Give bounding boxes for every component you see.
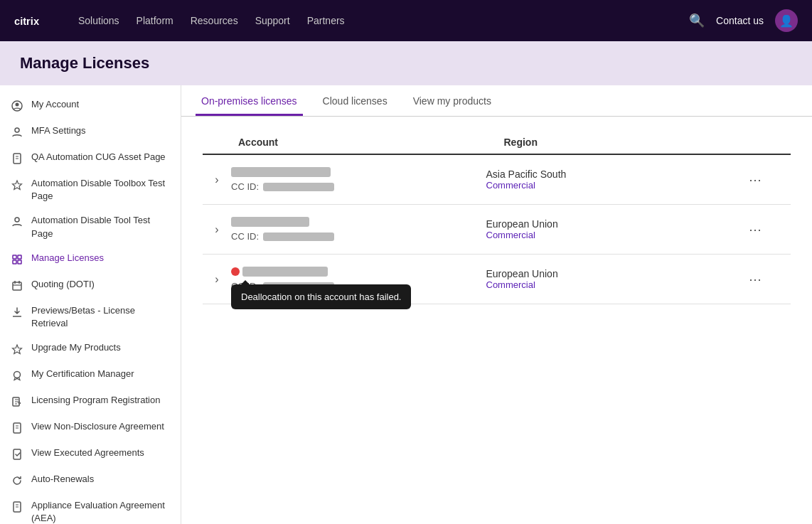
cc-id-label: CC ID: [231, 231, 259, 242]
account-name-blurred [231, 217, 309, 227]
sidebar-item-executed-agreements[interactable]: View Executed Agreements [0, 441, 181, 467]
grid-icon [10, 252, 24, 267]
person-icon [10, 125, 24, 139]
cc-id-row: CC ID: [231, 231, 486, 242]
sidebar-label-quoting: Quoting (DOTI) [31, 278, 169, 291]
sidebar-label-mfa: MFA Settings [31, 124, 169, 137]
row-expand-chevron[interactable]: › [203, 223, 231, 236]
sidebar-label-my-account: My Account [31, 98, 169, 111]
nav-support[interactable]: Support [255, 15, 290, 26]
nav-platform[interactable]: Platform [137, 15, 173, 26]
row-expand-chevron[interactable]: › [203, 273, 231, 286]
sidebar-item-my-account[interactable]: My Account [0, 92, 181, 119]
cc-id-row: CC ID: [231, 281, 486, 292]
sidebar-label-executed-agreements: View Executed Agreements [31, 447, 169, 459]
calendar-icon [10, 279, 24, 293]
nav-solutions[interactable]: Solutions [78, 15, 119, 26]
sidebar-item-qa[interactable]: QA Automation CUG Asset Page [0, 145, 181, 171]
nav-resources[interactable]: Resources [191, 15, 238, 26]
cc-id-row: CC ID: [231, 181, 486, 192]
row-actions-menu[interactable]: ⋯ [741, 172, 769, 188]
doc3-icon [10, 500, 24, 514]
cc-id-value-blurred [263, 282, 334, 291]
sidebar-label-qa: QA Automation CUG Asset Page [31, 151, 169, 164]
region-name: European Union [486, 268, 742, 279]
svg-rect-10 [18, 255, 21, 259]
sidebar-item-licensing-program[interactable]: Licensing Program Registration [0, 388, 181, 415]
svg-point-19 [14, 372, 21, 378]
region-info: European Union Commercial [486, 268, 742, 290]
cc-id-value-blurred [263, 183, 334, 191]
region-info: Asia Pacific South Commercial [486, 169, 742, 191]
person-circle-icon [10, 99, 24, 113]
sidebar-item-previews[interactable]: Previews/Betas - License Retrieval [0, 299, 181, 336]
sidebar-item-mfa[interactable]: MFA Settings [0, 119, 181, 145]
region-type: Commercial [486, 230, 742, 240]
table-header: Account Region [203, 131, 791, 155]
tabs-bar: On-premises licenses Cloud licenses View… [181, 85, 812, 117]
svg-point-3 [15, 128, 19, 132]
nav-left: citrix Solutions Platform Resources Supp… [14, 13, 345, 28]
col-account-header: Account [238, 137, 504, 148]
sidebar-label-automation-toolbox: Automation Disable Toolbox Test Page [31, 177, 169, 203]
cc-id-label: CC ID: [231, 281, 259, 292]
sidebar-item-automation-toolbox[interactable]: Automation Disable Toolbox Test Page [0, 171, 181, 208]
tab-cloud-licenses[interactable]: Cloud licenses [317, 85, 393, 116]
sidebar-item-certification[interactable]: My Certification Manager [0, 362, 181, 388]
sidebar-item-nda[interactable]: View Non-Disclosure Agreement [0, 415, 181, 441]
svg-rect-12 [18, 260, 21, 264]
badge-icon [10, 368, 24, 383]
table-row: › CC ID: Asia Pacific South Commercial ⋯ [203, 155, 791, 205]
svg-rect-24 [14, 449, 21, 459]
page-header: Manage Licenses [0, 41, 812, 85]
svg-point-8 [15, 218, 19, 222]
row-actions-menu[interactable]: ⋯ [741, 222, 769, 237]
region-info: European Union Commercial [486, 218, 742, 240]
page-title: Manage Licenses [20, 54, 792, 73]
nav-right: 🔍 Contact us 👤 [689, 9, 798, 32]
table-row: › CC ID: European Union Commercial ⋯ [203, 205, 791, 255]
sidebar-item-aea[interactable]: Appliance Evaluation Agreement (AEA) [0, 493, 181, 524]
svg-text:citrix: citrix [14, 16, 40, 27]
doc2-icon [10, 421, 24, 435]
table-area: Account Region › CC ID: Asia Pacific Sou… [181, 117, 812, 304]
account-info: CC ID: [231, 167, 486, 192]
svg-marker-18 [13, 345, 22, 354]
account-info: CC ID: [231, 217, 486, 242]
svg-point-2 [16, 103, 19, 107]
refresh-icon [10, 474, 24, 488]
sidebar-item-upgrade[interactable]: Upgrade My Products [0, 336, 181, 362]
search-button[interactable]: 🔍 [689, 13, 705, 28]
nav-partners[interactable]: Partners [307, 15, 345, 26]
sidebar-label-manage-licenses: Manage Licenses [31, 252, 169, 264]
region-type: Commercial [486, 180, 742, 191]
tab-on-premises[interactable]: On-premises licenses [196, 85, 303, 116]
nav-links: Solutions Platform Resources Support Par… [78, 15, 345, 26]
row-actions-menu[interactable]: ⋯ [741, 272, 769, 287]
col-region-header: Region [504, 137, 770, 148]
user-avatar[interactable]: 👤 [775, 9, 798, 32]
citrix-logo[interactable]: citrix [14, 13, 57, 28]
sidebar-label-licensing-program: Licensing Program Registration [31, 394, 169, 407]
sidebar-label-upgrade: Upgrade My Products [31, 341, 169, 354]
svg-rect-11 [13, 260, 16, 264]
sidebar-label-certification: My Certification Manager [31, 368, 169, 380]
edit-icon [10, 395, 24, 409]
sidebar-item-quoting[interactable]: Quoting (DOTI) [0, 272, 181, 299]
sidebar-item-auto-renewals[interactable]: Auto-Renewals [0, 467, 181, 493]
account-info: CC ID: [231, 267, 486, 292]
contact-us-link[interactable]: Contact us [716, 15, 764, 26]
sidebar-label-auto-renewals: Auto-Renewals [31, 473, 169, 486]
star2-icon [10, 342, 24, 356]
sidebar-item-manage-licenses[interactable]: Manage Licenses [0, 246, 181, 272]
person2-icon [10, 215, 24, 229]
sidebar-item-automation-tool[interactable]: Automation Disable Tool Test Page [0, 208, 181, 245]
check-doc-icon [10, 447, 24, 461]
region-name: Asia Pacific South [486, 169, 742, 180]
document-icon [10, 151, 24, 166]
row-expand-chevron[interactable]: › [203, 173, 231, 186]
sidebar-label-automation-tool: Automation Disable Tool Test Page [31, 214, 169, 240]
tab-view-products[interactable]: View my products [407, 85, 497, 116]
content-area: On-premises licenses Cloud licenses View… [181, 85, 812, 524]
svg-rect-13 [13, 282, 21, 290]
